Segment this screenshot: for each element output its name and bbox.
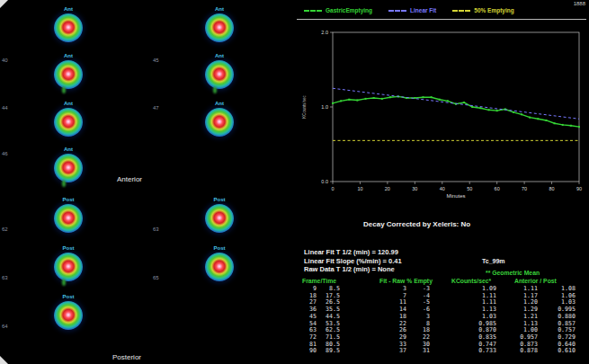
col-header-anterior-post: Anterior / Post [514,278,557,284]
posterior-section-label: Posterior [112,353,141,361]
legend-line-sample-icon [452,10,470,12]
frame-number: 44 [2,105,8,111]
results-table: 98.53-31.091.111.081817.57-41.111.171.06… [297,286,576,355]
col-header-fit-raw: Fit - Raw % Empty [379,278,433,284]
svg-text:0: 0 [331,186,334,191]
table-cell: 37 [340,348,406,355]
stat-line: Raw Data T 1/2 (min) = None [304,265,402,274]
stat-line: Linear Fit Slope (%/min) = 0.41 [304,257,402,266]
svg-text:70: 70 [522,186,527,191]
frame-orientation-label: Ant [50,52,86,59]
svg-text:0.0: 0.0 [321,179,328,184]
geometric-mean-header: ** Geometric Mean [486,270,540,276]
photo-artifact-corner-bottom [0,356,8,364]
chart-legend: GastricEmptyingLinear Fit50% Emptying [304,7,514,13]
scintigraphy-blob [205,13,234,42]
table-cell: 26 [340,327,406,334]
col-header-frame-time: Frame/Time [302,278,336,284]
legend-label: GastricEmptying [326,7,372,13]
scintigraphy-blob [54,108,83,137]
frame-number: 62 [2,226,8,232]
svg-text:KCounts/sec: KCounts/sec [302,94,307,118]
svg-text:30: 30 [412,186,417,191]
frame-orientation-label: Post [50,196,86,203]
table-cell: 31 [406,348,430,355]
svg-text:Minutes: Minutes [446,193,465,199]
gastric-emptying-report-screen: Anterior Posterior AntAntAntAntAntAntAnt… [0,0,589,364]
table-cell: 22 [340,321,406,328]
scintigraphy-blob [205,204,234,233]
svg-text:10: 10 [357,186,362,191]
scintigraphy-blob [205,108,234,137]
table-cell: 0.733 [430,348,496,355]
legend-label: Linear Fit [410,7,436,13]
legend-item: Linear Fit [388,7,436,13]
scan-frame[interactable]: Post [50,293,86,336]
scan-frame[interactable]: Ant [201,5,237,49]
frame-orientation-label: Ant [50,146,86,153]
scintigraphy-blob [54,154,83,182]
stat-line: Linear Fit T 1/2 (min) = 120.99 [304,248,402,257]
corner-note: 1888 [574,1,585,6]
fit-statistics: Linear Fit T 1/2 (min) = 120.99Linear Fi… [304,248,402,274]
scan-frame[interactable]: Ant [50,100,86,143]
table-cell: 89.5 [317,348,340,355]
gastric-emptying-chart: 01020304050607080900.01.02.0MinutesKCoun… [295,20,586,200]
svg-text:60: 60 [495,186,500,191]
scan-frame[interactable]: Ant [50,5,86,49]
scan-frame[interactable]: Post [201,244,237,288]
frame-number: 64 [2,324,8,329]
isotope-label: Tc_99m [482,258,505,264]
scan-frame[interactable]: Ant [50,52,86,95]
scan-frame[interactable]: Post [50,196,86,239]
table-cell: 90 [297,348,317,355]
scintigraphy-blob [205,253,234,281]
scintigraphy-blob [54,204,83,233]
scan-frame[interactable]: Post [201,196,237,239]
scan-frame[interactable]: Ant [201,100,237,143]
scan-frame[interactable]: Ant [50,146,86,189]
table-cell: 3 [340,286,406,293]
legend-line-sample-icon [304,10,322,12]
svg-text:40: 40 [440,186,445,191]
legend-label: 50% Emptying [474,7,513,13]
scintigraphy-blob [54,60,83,89]
svg-text:90: 90 [576,186,582,191]
frame-orientation-label: Post [201,196,237,203]
svg-text:1.0: 1.0 [321,104,328,110]
scan-frame[interactable]: Ant [201,52,237,95]
frame-orientation-label: Post [50,244,86,252]
scintigraphy-blob [205,60,234,89]
frame-orientation-label: Ant [201,5,237,13]
scintigraphy-blob [54,301,83,330]
frame-orientation-label: Ant [201,52,237,59]
table-cell: 7 [340,293,406,300]
col-header-kcounts: KCounts/sec* [451,278,491,284]
table-cell: 18 [340,314,406,321]
frame-number: 63 [153,226,159,232]
frame-number: 65 [153,275,159,280]
table-cell: 11 [340,299,406,306]
table-cell: 29 [340,334,406,342]
legend-item: GastricEmptying [304,7,372,13]
svg-text:2.0: 2.0 [321,30,328,35]
scintigraphy-blob [54,13,83,42]
frame-orientation-label: Post [50,293,86,300]
table-cell: 0.610 [538,348,576,355]
frame-orientation-label: Ant [50,100,86,107]
decay-corrected-text: Decay Corrected by Xeleris: No [363,220,470,228]
frame-orientation-label: Ant [201,100,237,107]
scan-frame[interactable]: Post [50,244,86,288]
legend-line-sample-icon [388,10,406,12]
anterior-section-label: Anterior [117,175,142,183]
svg-text:80: 80 [549,186,554,191]
table-cell: 0.878 [496,348,538,355]
frame-number: 46 [2,151,8,156]
table-cell: 33 [340,342,406,349]
scintigraphy-blob [54,253,83,281]
svg-text:50: 50 [467,186,472,191]
photo-artifact-corner-top [0,0,8,8]
frame-number: 40 [2,58,8,63]
legend-item: 50% Emptying [452,7,513,13]
frame-number: 47 [153,105,159,111]
